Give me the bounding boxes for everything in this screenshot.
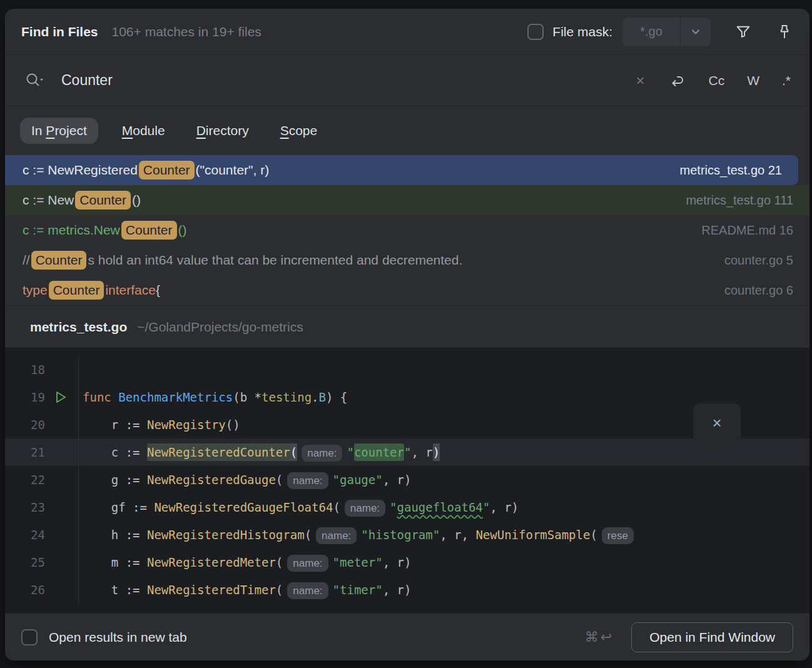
code-token: "histogram" (361, 528, 440, 542)
code-token: " (404, 445, 411, 459)
result-row[interactable]: c := metrics.NewCounter()README.md 16 (5, 215, 809, 245)
scope-tabs: In ProjectModuleDirectoryScope (5, 106, 809, 155)
result-row[interactable]: // Counters hold an int64 value that can… (5, 245, 809, 275)
code-token: B (319, 390, 326, 404)
file-mask-combo[interactable]: *.go (622, 18, 711, 46)
code-text: t := NewRegisteredTimer(name:"timer", r) (79, 583, 411, 597)
filter-icon[interactable] (734, 23, 752, 41)
result-segment: Counter (139, 161, 195, 180)
code-line[interactable]: 25 m := NewRegisteredMeter(name:"meter",… (5, 549, 809, 576)
scope-tab-directory[interactable]: Directory (195, 118, 250, 144)
line-number: 19 (5, 390, 45, 404)
line-number: 23 (5, 500, 45, 514)
scope-tab-scope[interactable]: Scope (279, 118, 319, 144)
code-token: testing (261, 390, 312, 404)
code-token: gaugefloat64 (397, 500, 483, 514)
match-summary: 106+ matches in 19+ files (112, 24, 261, 39)
code-line[interactable]: 20 r := NewRegistry() (5, 411, 809, 438)
file-mask-label: File mask: (552, 24, 612, 39)
code-text: gf := NewRegisteredGaugeFloat64(name:"ga… (79, 500, 519, 515)
result-segment: c := metrics.New (23, 223, 120, 238)
code-token: ) (433, 443, 440, 461)
open-results-checkbox[interactable] (21, 629, 38, 645)
scope-tab-module[interactable]: Module (121, 118, 166, 144)
code-token: , r) (490, 500, 519, 514)
search-input[interactable]: Counter (61, 72, 113, 89)
result-location: README.md 16 (689, 223, 793, 238)
code-token: rese (602, 527, 634, 544)
open-in-find-window-button[interactable]: Open in Find Window (631, 622, 793, 652)
result-segment: () (178, 223, 187, 238)
preview-file-name: metrics_test.go (30, 320, 127, 335)
preview-header: metrics_test.go ~/GolandProjects/go-metr… (5, 305, 809, 348)
dialog-header: Find in Files 106+ matches in 19+ files … (5, 9, 809, 55)
code-token: m := (83, 555, 147, 569)
run-benchmark-icon[interactable] (45, 390, 76, 404)
code-token: ( (290, 443, 297, 461)
code-line[interactable]: 24 h := NewRegisteredHistogram(name:"his… (5, 521, 809, 549)
code-token: NewRegisteredGauge (147, 473, 276, 487)
code-token: func (83, 390, 118, 404)
scope-tab-in-project[interactable]: In Project (20, 118, 98, 144)
gutter: 21 (5, 438, 79, 466)
gutter: 23 (5, 493, 79, 521)
match-case-toggle[interactable]: Cc (708, 73, 724, 88)
code-text: func BenchmarkMetrics(b *testing.B) { (79, 390, 347, 404)
code-token: h := (83, 528, 147, 542)
result-row[interactable]: c := NewRegisteredCounter("counter", r)m… (5, 155, 798, 185)
close-preview-button[interactable]: × (693, 403, 741, 442)
code-token: NewRegisteredGaugeFloat64 (154, 500, 333, 514)
code-preview-editor[interactable]: 1819func BenchmarkMetrics(b *testing.B) … (5, 348, 809, 613)
file-mask-checkbox[interactable] (527, 24, 544, 40)
code-token: NewRegisteredMeter (147, 555, 276, 569)
search-bar[interactable]: Counter × Cc W .* (5, 55, 809, 106)
code-token: "gauge" (333, 473, 383, 487)
result-segment: s hold an int64 value that can be increm… (88, 253, 462, 268)
gutter: 19 (5, 383, 79, 411)
results-list: c := NewRegisteredCounter("counter", r)m… (5, 155, 809, 305)
code-token: " (483, 500, 490, 514)
code-token: , r) (383, 555, 412, 569)
code-token: "meter" (333, 555, 383, 569)
code-text: r := NewRegistry() (79, 418, 240, 432)
code-token: r := (83, 418, 147, 432)
dialog-title: Find in Files (21, 24, 98, 39)
code-line[interactable]: 21 c := NewRegisteredCounter(name:"count… (5, 438, 809, 466)
code-token: " (347, 445, 353, 459)
gutter: 18 (5, 356, 79, 383)
code-token: ) { (326, 390, 347, 404)
result-row[interactable]: c := NewCounter()metrics_test.go 111 (5, 185, 809, 215)
gutter: 20 (5, 411, 79, 438)
whole-words-toggle[interactable]: W (747, 73, 759, 88)
result-location: metrics_test.go 111 (673, 193, 793, 208)
pin-icon[interactable] (776, 23, 793, 41)
line-number: 21 (5, 445, 45, 459)
code-token: name: (287, 555, 328, 572)
code-token: name: (345, 500, 385, 517)
gutter: 26 (5, 576, 79, 604)
code-lines: 1819func BenchmarkMetrics(b *testing.B) … (5, 356, 809, 604)
code-line[interactable]: 18 (5, 356, 809, 383)
result-segment: c := NewRegistered (23, 163, 138, 178)
result-segment: () (132, 193, 141, 208)
line-number: 18 (5, 363, 45, 377)
result-row[interactable]: type Counter interface {counter.go 6 (5, 275, 809, 305)
code-line[interactable]: 26 t := NewRegisteredTimer(name:"timer",… (5, 576, 809, 604)
result-segment: Counter (49, 281, 104, 300)
code-text: h := NewRegisteredHistogram(name:"histog… (79, 528, 638, 542)
clear-search-icon[interactable]: × (636, 72, 644, 89)
search-icon[interactable] (24, 71, 45, 91)
code-line[interactable]: 22 g := NewRegisteredGauge(name:"gauge",… (5, 466, 809, 493)
result-location: counter.go 6 (712, 283, 793, 298)
code-line[interactable]: 23 gf := NewRegisteredGaugeFloat64(name:… (5, 493, 809, 521)
regex-toggle[interactable]: .* (782, 73, 791, 88)
result-segment: Counter (31, 251, 87, 270)
code-token: ( (276, 473, 283, 487)
code-line[interactable]: 19func BenchmarkMetrics(b *testing.B) { (5, 383, 809, 411)
open-results-label: Open results in new tab (49, 630, 187, 645)
code-token: gf := (83, 500, 154, 514)
newline-icon[interactable] (667, 72, 686, 89)
code-token: ( (333, 500, 340, 514)
code-token: () (226, 418, 240, 432)
chevron-down-icon[interactable] (681, 18, 711, 46)
